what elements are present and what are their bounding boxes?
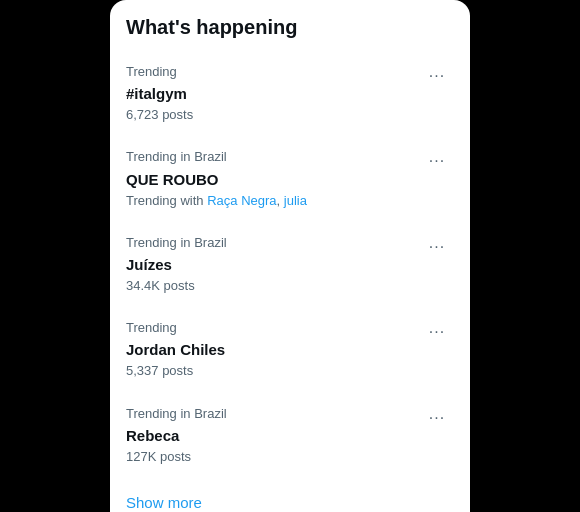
more-options-button[interactable]: ··· xyxy=(420,144,454,178)
trend-content: Trending Jordan Chiles 5,337 posts xyxy=(126,319,416,380)
ellipsis-icon: ··· xyxy=(429,410,445,426)
trend-context: Trending in Brazil xyxy=(126,234,416,252)
trend-content: Trending #italgym 6,723 posts xyxy=(126,63,416,124)
more-options-button[interactable]: ··· xyxy=(420,315,454,349)
trend-item[interactable]: Trending #italgym 6,723 posts ··· xyxy=(110,51,470,136)
trend-context: Trending xyxy=(126,319,416,337)
trend-item[interactable]: Trending in Brazil QUE ROUBO Trending wi… xyxy=(110,136,470,221)
trend-content: Trending in Brazil Juízes 34.4K posts xyxy=(126,234,416,295)
trending-link[interactable]: julia xyxy=(284,193,307,208)
trend-item[interactable]: Trending Jordan Chiles 5,337 posts ··· xyxy=(110,307,470,392)
whats-happening-panel: What's happening Trending #italgym 6,723… xyxy=(110,0,470,512)
trend-meta: 5,337 posts xyxy=(126,362,416,380)
more-options-button[interactable]: ··· xyxy=(420,59,454,93)
trend-topic: Juízes xyxy=(126,254,416,275)
trending-link[interactable]: Raça Negra xyxy=(207,193,276,208)
ellipsis-icon: ··· xyxy=(429,68,445,84)
trend-item[interactable]: Trending in Brazil Rebeca 127K posts ··· xyxy=(110,393,470,478)
trend-meta: 34.4K posts xyxy=(126,277,416,295)
trend-context: Trending in Brazil xyxy=(126,405,416,423)
trend-topic: #italgym xyxy=(126,83,416,104)
trend-meta: 127K posts xyxy=(126,448,416,466)
more-options-button[interactable]: ··· xyxy=(420,230,454,264)
more-options-button[interactable]: ··· xyxy=(420,401,454,435)
trend-content: Trending in Brazil QUE ROUBO Trending wi… xyxy=(126,148,416,209)
trend-content: Trending in Brazil Rebeca 127K posts xyxy=(126,405,416,466)
trend-context: Trending xyxy=(126,63,416,81)
trend-topic: QUE ROUBO xyxy=(126,169,416,190)
trend-meta: 6,723 posts xyxy=(126,106,416,124)
trend-context: Trending in Brazil xyxy=(126,148,416,166)
trend-item[interactable]: Trending in Brazil Juízes 34.4K posts ··… xyxy=(110,222,470,307)
trend-topic: Rebeca xyxy=(126,425,416,446)
ellipsis-icon: ··· xyxy=(429,153,445,169)
ellipsis-icon: ··· xyxy=(429,324,445,340)
ellipsis-icon: ··· xyxy=(429,239,445,255)
panel-title: What's happening xyxy=(110,12,470,51)
trend-topic: Jordan Chiles xyxy=(126,339,416,360)
show-more-button[interactable]: Show more xyxy=(110,478,470,512)
trend-meta: Trending with Raça Negra, julia xyxy=(126,192,416,210)
